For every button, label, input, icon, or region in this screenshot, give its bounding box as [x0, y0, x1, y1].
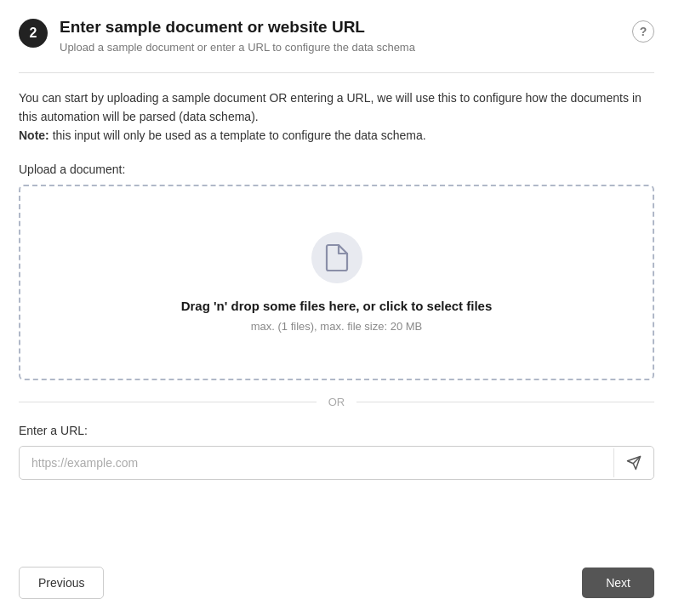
description-section: You can start by uploading a sample docu… — [19, 88, 654, 145]
help-icon[interactable]: ? — [632, 20, 654, 43]
page-subtitle: Upload a sample document or enter a URL … — [60, 41, 415, 54]
description-main-text: You can start by uploading a sample docu… — [19, 91, 642, 123]
send-icon — [626, 455, 642, 471]
note-label: Note: — [19, 128, 49, 142]
dropzone-main-text: Drag 'n' drop some files here, or click … — [181, 299, 493, 313]
url-section: Enter a URL: — [19, 424, 654, 480]
url-label: Enter a URL: — [19, 424, 654, 437]
next-button[interactable]: Next — [582, 568, 654, 598]
note-text: this input will only be used as a templa… — [49, 128, 426, 142]
or-line-right — [356, 402, 654, 402]
header-text: Enter sample document or website URL Upl… — [60, 17, 415, 54]
header-left: 2 Enter sample document or website URL U… — [19, 17, 415, 54]
upload-label: Upload a document: — [19, 163, 654, 176]
footer-section: Previous Next — [19, 550, 654, 599]
url-input[interactable] — [20, 447, 613, 479]
file-icon-wrapper — [311, 232, 362, 283]
url-input-wrapper — [19, 446, 654, 480]
url-submit-button[interactable] — [613, 448, 653, 477]
or-line-left — [19, 402, 317, 402]
dropzone-sub-text: max. (1 files), max. file size: 20 MB — [251, 320, 423, 333]
or-text: OR — [317, 396, 357, 408]
or-divider: OR — [19, 396, 654, 408]
header-section: 2 Enter sample document or website URL U… — [19, 17, 654, 54]
step-badge: 2 — [19, 19, 48, 48]
page-container: 2 Enter sample document or website URL U… — [0, 0, 673, 616]
dropzone[interactable]: Drag 'n' drop some files here, or click … — [19, 185, 654, 380]
file-icon — [325, 243, 349, 272]
page-title: Enter sample document or website URL — [60, 17, 415, 38]
header-divider — [19, 72, 654, 73]
previous-button[interactable]: Previous — [19, 567, 104, 599]
